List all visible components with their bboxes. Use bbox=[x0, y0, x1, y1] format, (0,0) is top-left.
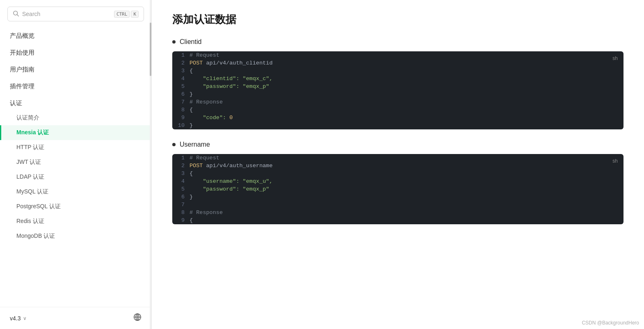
sidebar-item-mysql-auth[interactable]: MySQL 认证 bbox=[0, 184, 151, 199]
chevron-down-icon: ∨ bbox=[23, 315, 27, 321]
bullet-username: Username bbox=[172, 141, 623, 148]
line-number: 6 bbox=[172, 90, 187, 98]
sidebar-item-auth-intro[interactable]: 认证简介 bbox=[0, 110, 151, 125]
code-line-content: "code": 0 bbox=[187, 114, 623, 122]
bullet-label-username: Username bbox=[180, 141, 210, 148]
line-number: 5 bbox=[172, 185, 187, 193]
code-line-content: POST api/v4/auth_username bbox=[187, 162, 623, 170]
line-number: 10 bbox=[172, 122, 187, 129]
sidebar-item-redis-auth[interactable]: Redis 认证 bbox=[0, 214, 151, 229]
code-line-content: } bbox=[187, 90, 623, 98]
sidebar-item-http-auth[interactable]: HTTP 认证 bbox=[0, 140, 151, 155]
watermark: CSDN @BackgroundHero bbox=[582, 320, 639, 326]
sidebar-nav: 产品概览 开始使用 用户指南 插件管理 认证 认证简介 Mnesia 认证 HT… bbox=[0, 26, 151, 329]
svg-line-1 bbox=[17, 15, 19, 16]
sidebar-item-postgresql-auth[interactable]: PostgreSQL 认证 bbox=[0, 199, 151, 214]
code-line-content: # Request bbox=[187, 51, 623, 59]
code-line-content: "clientid": "emqx_c", bbox=[187, 75, 623, 83]
line-number: 1 bbox=[172, 51, 187, 59]
line-number: 3 bbox=[172, 170, 187, 177]
globe-icon[interactable] bbox=[133, 313, 142, 323]
ctrl-key: CTRL bbox=[114, 11, 130, 18]
line-number: 6 bbox=[172, 193, 187, 201]
code-line-content: { bbox=[187, 216, 623, 224]
code-line-content: POST api/v4/auth_clientid bbox=[187, 59, 623, 67]
line-number: 7 bbox=[172, 201, 187, 209]
line-number: 3 bbox=[172, 67, 187, 75]
search-bar[interactable]: Search CTRL K bbox=[7, 7, 144, 21]
sidebar-item-auth[interactable]: 认证 bbox=[0, 94, 151, 110]
code-line-content bbox=[187, 201, 623, 209]
code-line-content: # Request bbox=[187, 154, 623, 162]
code-table-clientid: 1# Request2POST api/v4/auth_clientid3{4 … bbox=[172, 51, 623, 129]
version-selector[interactable]: v4.3 ∨ bbox=[10, 315, 27, 322]
scrollbar-thumb[interactable] bbox=[150, 23, 151, 76]
code-block-username: sh 1# Request2POST api/v4/auth_username3… bbox=[172, 154, 623, 224]
sidebar-item-mongodb-auth[interactable]: MongoDB 认证 bbox=[0, 229, 151, 244]
sidebar-item-product-overview[interactable]: 产品概览 bbox=[0, 26, 151, 43]
code-line-content: "password": "emqx_p" bbox=[187, 185, 623, 193]
bullet-clientid: Clientid bbox=[172, 38, 623, 46]
line-number: 9 bbox=[172, 114, 187, 122]
bullet-dot-clientid bbox=[172, 40, 176, 44]
scrollbar-track bbox=[150, 0, 151, 329]
sidebar-item-mnesia-auth[interactable]: Mnesia 认证 bbox=[0, 125, 151, 140]
bullet-dot-username bbox=[172, 143, 176, 146]
code-line-content: } bbox=[187, 122, 623, 129]
code-line-content: # Response bbox=[187, 98, 623, 106]
line-number: 4 bbox=[172, 177, 187, 185]
code-line-content: "password": "emqx_p" bbox=[187, 83, 623, 90]
code-lang-username: sh bbox=[612, 158, 618, 164]
sidebar-item-getting-started[interactable]: 开始使用 bbox=[0, 43, 151, 60]
code-line-content: { bbox=[187, 67, 623, 75]
code-line-content: "username": "emqx_u", bbox=[187, 177, 623, 185]
code-lang-clientid: sh bbox=[612, 55, 618, 61]
line-number: 2 bbox=[172, 59, 187, 67]
line-number: 4 bbox=[172, 75, 187, 83]
sidebar-item-jwt-auth[interactable]: JWT 认证 bbox=[0, 155, 151, 170]
page-title: 添加认证数据 bbox=[172, 12, 623, 27]
search-placeholder: Search bbox=[22, 11, 111, 17]
code-block-clientid: sh 1# Request2POST api/v4/auth_clientid3… bbox=[172, 51, 623, 129]
code-line-content: } bbox=[187, 193, 623, 201]
sidebar-footer: v4.3 ∨ bbox=[0, 307, 151, 329]
code-line-content: # Response bbox=[187, 209, 623, 216]
sidebar: Search CTRL K 产品概览 开始使用 用户指南 插件管理 认证 认证简… bbox=[0, 0, 152, 329]
line-number: 9 bbox=[172, 216, 187, 224]
code-line-content: { bbox=[187, 106, 623, 114]
sidebar-item-user-guide[interactable]: 用户指南 bbox=[0, 60, 151, 77]
sidebar-item-ldap-auth[interactable]: LDAP 认证 bbox=[0, 170, 151, 184]
code-table-username: 1# Request2POST api/v4/auth_username3{4 … bbox=[172, 154, 623, 224]
line-number: 8 bbox=[172, 106, 187, 114]
line-number: 2 bbox=[172, 162, 187, 170]
version-label: v4.3 bbox=[10, 315, 21, 322]
line-number: 5 bbox=[172, 83, 187, 90]
sidebar-item-plugin-management[interactable]: 插件管理 bbox=[0, 77, 151, 94]
line-number: 1 bbox=[172, 154, 187, 162]
search-shortcut: CTRL K bbox=[114, 11, 139, 18]
k-key: K bbox=[131, 11, 139, 18]
line-number: 8 bbox=[172, 209, 187, 216]
main-content: 添加认证数据 Clientid sh 1# Request2POST api/v… bbox=[152, 0, 644, 329]
bullet-label-clientid: Clientid bbox=[180, 38, 201, 46]
search-icon bbox=[13, 10, 19, 18]
line-number: 7 bbox=[172, 98, 187, 106]
code-line-content: { bbox=[187, 170, 623, 177]
